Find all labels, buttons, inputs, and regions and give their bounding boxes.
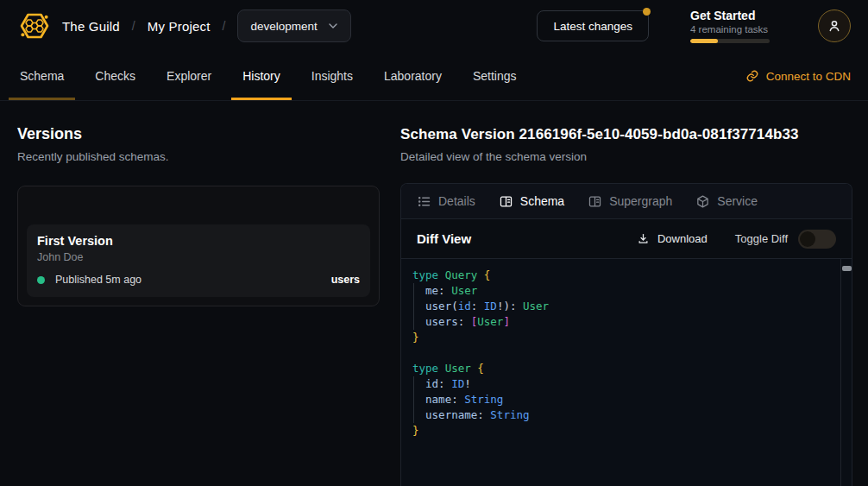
code-line: }: [412, 330, 840, 345]
code-line: username: String: [412, 407, 840, 423]
nav-tabs: SchemaChecksExplorerHistoryInsightsLabor…: [9, 52, 528, 100]
top-header: The Guild / My Project / development Lat…: [0, 0, 868, 52]
person-icon: [826, 17, 843, 35]
download-button[interactable]: Download: [637, 232, 708, 245]
latest-changes-button[interactable]: Latest changes: [537, 10, 649, 41]
versions-card: First Version John Doe Published 5m ago …: [17, 186, 380, 306]
target-selector-dropdown[interactable]: development: [237, 9, 350, 42]
versions-title: Versions: [17, 125, 380, 143]
code-line: type Query {: [412, 268, 840, 283]
user-avatar-button[interactable]: [818, 9, 851, 42]
tab-explorer[interactable]: Explorer: [155, 52, 223, 100]
version-service-badge: users: [331, 274, 360, 286]
detail-tab-label: Details: [438, 194, 475, 208]
version-detail-subtitle: Detailed view of the schema version: [400, 150, 852, 163]
link-icon: [745, 69, 759, 83]
version-list-item[interactable]: First Version John Doe Published 5m ago …: [27, 224, 370, 297]
get-started-title: Get Started: [690, 9, 770, 22]
latest-changes-label: Latest changes: [553, 20, 632, 33]
tab-schema[interactable]: Schema: [9, 52, 75, 100]
version-title: First Version: [37, 234, 360, 248]
get-started-subtitle: 4 remaining tasks: [690, 24, 770, 35]
app-root: The Guild / My Project / development Lat…: [0, 0, 868, 486]
scrollbar-thumb[interactable]: [842, 266, 852, 271]
connect-to-cdn-button[interactable]: Connect to CDN: [745, 52, 851, 100]
get-started-widget[interactable]: Get Started 4 remaining tasks: [690, 9, 770, 43]
code-line: [412, 345, 840, 361]
toggle-diff-switch[interactable]: [798, 230, 836, 249]
code-line: }: [412, 423, 840, 439]
breadcrumb-separator: /: [223, 19, 226, 33]
version-author: John Doe: [37, 251, 360, 263]
version-status-row: Published 5m ago users: [37, 274, 360, 286]
hive-logo-icon[interactable]: [17, 9, 52, 43]
notification-dot: [643, 8, 651, 16]
tab-laboratory[interactable]: Laboratory: [373, 52, 453, 100]
list-icon: [417, 194, 431, 209]
breadcrumb: The Guild / My Project / development: [62, 9, 351, 42]
code-scrollbar[interactable]: [840, 259, 852, 486]
versions-subtitle: Recently published schemas.: [17, 150, 380, 163]
detail-tab-details[interactable]: Details: [417, 194, 475, 209]
version-status: Published 5m ago: [55, 274, 142, 286]
tab-settings[interactable]: Settings: [462, 52, 528, 100]
code-content: type Query { me: User user(id: ID!): Use…: [412, 268, 840, 439]
code-line: name: String: [412, 392, 840, 407]
published-status-dot: [37, 276, 45, 284]
detail-tabs: DetailsSchemaSupergraphService: [401, 184, 852, 219]
target-selector-value: development: [250, 20, 317, 33]
diff-view-title: Diff View: [417, 231, 471, 246]
code-line: id: ID!: [412, 376, 840, 392]
diff-view-header: Diff View Download Toggle Diff: [401, 219, 852, 259]
connect-to-cdn-label: Connect to CDN: [766, 70, 851, 83]
panels-icon: [588, 194, 602, 209]
detail-tab-label: Supergraph: [609, 194, 672, 208]
get-started-progressbar: [690, 39, 770, 43]
get-started-progress-fill: [690, 39, 718, 43]
detail-tab-supergraph[interactable]: Supergraph: [588, 194, 672, 209]
versions-panel: Versions Recently published schemas. Fir…: [17, 118, 380, 486]
detail-tab-label: Schema: [520, 194, 564, 208]
main-nav: SchemaChecksExplorerHistoryInsightsLabor…: [0, 52, 868, 101]
main-content: Versions Recently published schemas. Fir…: [0, 101, 868, 486]
panels-icon: [499, 194, 513, 209]
code-line: me: User: [412, 283, 840, 299]
nav-spacer: [528, 52, 745, 100]
toggle-diff-label: Toggle Diff: [735, 232, 788, 245]
schema-code-viewer[interactable]: type Query { me: User user(id: ID!): Use…: [401, 259, 852, 486]
diff-actions: Download Toggle Diff: [637, 230, 836, 249]
version-detail-section: Schema Version 2166196f-5e10-4059-bd0a-0…: [400, 118, 852, 486]
code-line: user(id: ID!): User: [412, 299, 840, 314]
breadcrumb-project[interactable]: My Project: [148, 19, 211, 34]
toggle-diff-thumb: [800, 231, 815, 247]
detail-tab-label: Service: [717, 194, 758, 208]
cube-icon: [695, 194, 710, 209]
detail-tab-schema[interactable]: Schema: [499, 194, 564, 209]
tab-insights[interactable]: Insights: [300, 52, 364, 100]
code-line: type User {: [412, 361, 840, 376]
chevron-down-icon: [326, 19, 340, 33]
code-line: users: [User]: [412, 314, 840, 330]
tab-history[interactable]: History: [231, 52, 292, 100]
breadcrumb-org[interactable]: The Guild: [62, 19, 120, 34]
version-detail-panel: DetailsSchemaSupergraphService Diff View…: [400, 183, 852, 486]
download-label: Download: [657, 232, 708, 245]
detail-tab-service[interactable]: Service: [695, 194, 758, 209]
breadcrumb-separator: /: [132, 19, 135, 33]
download-icon: [637, 232, 650, 245]
version-detail-title: Schema Version 2166196f-5e10-4059-bd0a-0…: [400, 126, 852, 143]
tab-checks[interactable]: Checks: [84, 52, 147, 100]
